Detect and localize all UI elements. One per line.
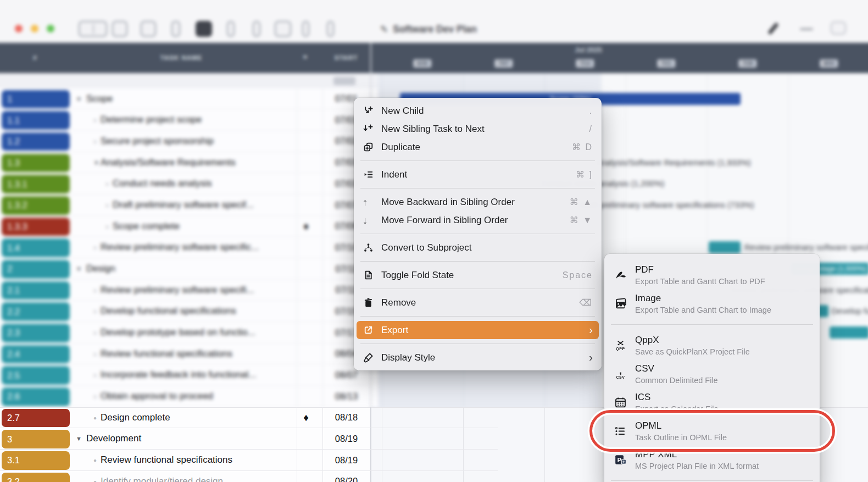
- submenu-item-title: CSV: [635, 362, 718, 375]
- submenu-item-subtitle: Common Delimited File: [635, 375, 718, 386]
- submenu-item-title: QppX: [635, 334, 750, 346]
- menu-divider: [360, 261, 595, 262]
- row-id-badge: 2.7: [2, 409, 70, 428]
- app-window: ✎ Software Dev Plan # TASK NAME ⚑ START …: [0, 0, 868, 482]
- task-row[interactable]: 3.1●Review functional specifications08/1…: [0, 450, 370, 471]
- new-child-icon: [363, 105, 381, 117]
- task-bullet-icon: ●: [93, 415, 97, 421]
- svg-text:QPP: QPP: [616, 347, 625, 351]
- menu-divider: [611, 480, 813, 481]
- task-row[interactable]: 2.7●Design complete♦08/18: [0, 407, 370, 429]
- row-id-badge: 3.1: [2, 451, 70, 470]
- task-name: Identify modular/tiered design...: [101, 476, 231, 482]
- menu-item-remove[interactable]: Remove⌫: [354, 293, 602, 312]
- menu-divider: [360, 160, 595, 161]
- submenu-item-title: Image: [635, 292, 771, 304]
- submenu-item-subtitle: Export as Calendar File: [635, 403, 719, 414]
- menu-item-display-style[interactable]: Display Style›: [354, 348, 602, 367]
- menu-divider: [360, 188, 595, 189]
- pdf-icon: [612, 268, 628, 282]
- submenu-item-subtitle: Task Outline in OPML File: [635, 432, 727, 443]
- row-id-badge: 3: [2, 430, 70, 448]
- menu-item-shortcut: ⌘ ▼: [570, 215, 593, 225]
- svg-text:,: ,: [619, 367, 622, 376]
- mppxml-icon: P: [612, 453, 628, 467]
- subproject-icon: [363, 242, 381, 253]
- submenu-item-pdf[interactable]: PDFExport Table and Gantt Chart to PDF: [604, 261, 820, 289]
- menu-item-label: Move Backward in Sibling Order: [381, 197, 515, 208]
- duplicate-icon: [363, 141, 381, 153]
- menu-item-move-forward-in-sibling-order[interactable]: ↓Move Forward in Sibling Order⌘ ▼: [354, 211, 602, 229]
- submenu-item-title: MPP XML: [635, 448, 759, 461]
- export-submenu: PDFExport Table and Gantt Chart to PDFIm…: [604, 254, 820, 482]
- row-id-badge: 3.2: [2, 473, 70, 482]
- opml-icon: [612, 424, 628, 438]
- menu-item-move-backward-in-sibling-order[interactable]: ↑Move Backward in Sibling Order⌘ ▲: [354, 193, 602, 211]
- menu-item-label: New Sibling Task to Next: [381, 124, 485, 135]
- menu-item-shortcut: ⌘ ]: [576, 169, 593, 180]
- move-forward-icon: ↓: [363, 215, 381, 225]
- submenu-item-title: ICS: [635, 391, 719, 403]
- menu-item-label: Duplicate: [381, 142, 420, 153]
- menu-item-label: Remove: [381, 297, 416, 308]
- task-row[interactable]: 3.2●Identify modular/tiered design...08/…: [0, 471, 370, 482]
- menu-divider: [360, 234, 595, 234]
- fold-icon: [363, 269, 381, 281]
- svg-text:CSV: CSV: [616, 375, 625, 379]
- qppx-icon: QPP: [612, 339, 628, 352]
- task-start-date: 08/19: [322, 434, 370, 444]
- menu-item-shortcut: ⌘ ▲: [570, 197, 593, 207]
- menu-item-duplicate[interactable]: Duplicate⌘ D: [354, 138, 602, 156]
- menu-item-shortcut: Space: [563, 270, 593, 280]
- submenu-item-ics[interactable]: ICSExport as Calendar File: [604, 388, 820, 417]
- menu-item-shortcut: .: [589, 106, 593, 116]
- submenu-item-subtitle: Export Table and Gantt Chart to Image: [635, 304, 771, 315]
- new-sibling-icon: [363, 123, 381, 135]
- move-backward-icon: ↑: [363, 197, 381, 207]
- brush-icon: [363, 352, 381, 363]
- submenu-item-subtitle: MS Project Plan File in XML format: [635, 461, 759, 472]
- menu-item-indent[interactable]: Indent⌘ ]: [354, 165, 602, 184]
- milestone-diamond-icon: ♦: [300, 412, 312, 424]
- menu-item-toggle-fold-state[interactable]: Toggle Fold StateSpace: [354, 266, 602, 284]
- task-name: Review functional specifications: [101, 455, 232, 466]
- menu-item-label: Export: [381, 325, 408, 336]
- task-name: Design complete: [101, 412, 170, 423]
- menu-item-new-child[interactable]: New Child.: [354, 102, 602, 120]
- indent-icon: [363, 169, 381, 180]
- menu-divider: [360, 289, 595, 289]
- menu-item-shortcut: /: [589, 124, 593, 134]
- context-menu: New Child.New Sibling Task to Next/Dupli…: [354, 98, 602, 370]
- submenu-item-image[interactable]: ImageExport Table and Gantt Chart to Ima…: [604, 289, 820, 318]
- task-start-date: 08/20: [322, 476, 370, 482]
- image-icon: [612, 297, 628, 311]
- submenu-item-subtitle: Save as QuickPlanX Project File: [635, 346, 750, 357]
- disclosure-triangle-icon[interactable]: ▼: [76, 435, 82, 442]
- task-bullet-icon: ●: [93, 457, 97, 463]
- submenu-item-title: OPML: [635, 419, 727, 432]
- menu-item-export[interactable]: Export›: [357, 321, 599, 339]
- gantt-gridline: [544, 408, 545, 482]
- menu-item-label: New Child: [381, 106, 424, 117]
- task-start-date: 08/18: [322, 412, 370, 423]
- menu-item-convert-to-subproject[interactable]: Convert to Subproject: [354, 239, 602, 257]
- task-bullet-icon: ●: [93, 479, 97, 482]
- export-icon: [363, 324, 381, 336]
- submenu-item-qppx[interactable]: QPPQppXSave as QuickPlanX Project File: [604, 331, 820, 359]
- task-row[interactable]: 3▼Development08/19: [0, 428, 370, 450]
- menu-divider: [360, 316, 595, 317]
- menu-item-label: Display Style: [381, 352, 435, 363]
- menu-item-shortcut: ⌫: [579, 297, 593, 308]
- submenu-item-mpp-xml[interactable]: PMPP XMLMS Project Plan File in XML form…: [604, 445, 820, 474]
- submenu-item-opml[interactable]: OPMLTask Outline in OPML File: [604, 417, 820, 445]
- menu-divider: [360, 344, 595, 344]
- menu-item-label: Toggle Fold State: [381, 270, 454, 281]
- menu-divider: [611, 324, 813, 325]
- svg-text:P: P: [617, 456, 621, 463]
- submenu-chevron-icon: ›: [589, 324, 593, 337]
- submenu-item-title: PDF: [635, 263, 765, 276]
- submenu-item-csv[interactable]: ,CSVCSVCommon Delimited File: [604, 359, 820, 388]
- menu-item-new-sibling-task-to-next[interactable]: New Sibling Task to Next/: [354, 120, 602, 138]
- submenu-item-subtitle: Export Table and Gantt Chart to PDF: [635, 276, 765, 287]
- task-start-date: 08/19: [322, 455, 370, 466]
